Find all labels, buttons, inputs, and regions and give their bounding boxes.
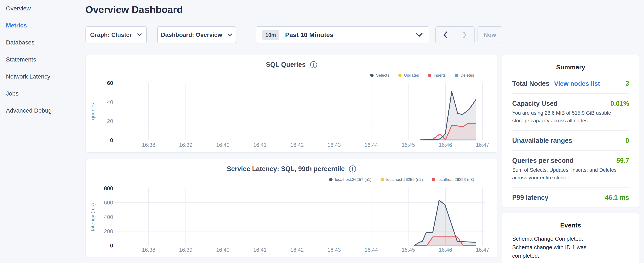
toolbar-divider — [254, 26, 254, 43]
event-timestamp: May 13, 2020 at 4:45 PM — [512, 262, 629, 263]
chevron-down-icon — [137, 33, 142, 37]
page: OverviewMetricsDatabasesStatementsNetwor… — [0, 0, 644, 263]
svg-text:600: 600 — [104, 199, 113, 206]
svg-text:400: 400 — [104, 214, 113, 220]
svg-text:16:39: 16:39 — [179, 142, 192, 148]
chevron-left-icon — [443, 31, 448, 39]
summary-row-label: Total Nodes — [512, 80, 550, 87]
sidebar-item-statements[interactable]: Statements — [0, 51, 78, 68]
summary-row-desc: You are using 28.6 MiB of 515.9 GiB usab… — [512, 109, 620, 124]
now-button[interactable]: Now — [478, 26, 502, 43]
summary-row-unavailable-ranges: Unavailable ranges0 — [512, 131, 629, 150]
time-range-selector[interactable]: 10m Past 10 Minutes — [256, 26, 429, 43]
summary-row-head: Queries per second59.7 — [512, 157, 629, 164]
svg-text:16:42: 16:42 — [290, 247, 304, 253]
summary-row-p99-latency: P99 latency46.1 ms — [512, 188, 629, 207]
time-step-button-group — [436, 26, 474, 43]
summary-row-head: Capacity Used0.01% — [512, 100, 629, 107]
summary-row-capacity-used: Capacity Used0.01%You are using 28.6 MiB… — [512, 94, 629, 130]
sidebar-item-advanced-debug[interactable]: Advanced Debug — [0, 102, 78, 119]
svg-text:200: 200 — [104, 228, 113, 234]
chevron-down-icon — [227, 33, 232, 37]
chart-plot-1[interactable]: 16:3816:3916:4016:4116:4216:4316:4416:45… — [86, 159, 498, 258]
chart-plot-0[interactable]: 16:3816:3916:4016:4116:4216:4316:4416:45… — [86, 55, 498, 153]
summary-row-total-nodes: Total NodesView nodes list3 — [512, 74, 629, 93]
svg-text:16:41: 16:41 — [253, 142, 266, 148]
svg-text:16:42: 16:42 — [290, 142, 304, 148]
sidebar-item-network-latency[interactable]: Network Latency — [0, 68, 78, 85]
svg-text:16:38: 16:38 — [142, 247, 156, 253]
svg-text:16:47: 16:47 — [476, 247, 489, 253]
svg-text:16:39: 16:39 — [179, 247, 192, 253]
view-nodes-link[interactable]: View nodes list — [554, 80, 600, 87]
summary-body: Total NodesView nodes list3Capacity Used… — [502, 74, 639, 207]
dashboard-dropdown[interactable]: Dashboard: Overview — [157, 26, 236, 43]
svg-text:16:45: 16:45 — [402, 247, 415, 253]
sidebar: OverviewMetricsDatabasesStatementsNetwor… — [0, 0, 78, 119]
svg-text:16:43: 16:43 — [328, 247, 341, 253]
summary-row-queries-per-second: Queries per second59.7Sum of Selects, Up… — [512, 151, 629, 187]
summary-row-value: 46.1 ms — [605, 194, 629, 201]
graph-dropdown[interactable]: Graph: Cluster — [86, 26, 147, 43]
event-text: Schema Change Completed: Schema change w… — [512, 234, 602, 260]
svg-text:16:43: 16:43 — [328, 142, 341, 148]
summary-row-value: 3 — [626, 80, 629, 87]
summary-row-label: Queries per second — [512, 157, 574, 164]
event-item[interactable]: Schema Change Completed: Schema change w… — [512, 234, 629, 263]
svg-text:16:45: 16:45 — [402, 142, 415, 148]
sidebar-item-metrics[interactable]: Metrics — [0, 17, 78, 34]
svg-text:16:46: 16:46 — [439, 142, 452, 148]
svg-text:16:38: 16:38 — [142, 142, 156, 148]
svg-text:16:41: 16:41 — [253, 247, 266, 253]
summary-title: Summary — [502, 64, 639, 71]
svg-text:latency (ms): latency (ms) — [90, 203, 96, 231]
svg-text:queries: queries — [90, 103, 96, 120]
summary-row-desc: Sum of Selects, Updates, Inserts, and De… — [512, 166, 620, 181]
chevron-down-icon — [416, 33, 423, 37]
summary-row-value: 0.01% — [610, 100, 629, 107]
summary-row-label: Capacity Used — [512, 100, 558, 107]
sql-queries-chart-card: SQL Queries SelectsUpdatesInsertsDeletes… — [86, 55, 498, 153]
summary-row-label: P99 latency — [512, 194, 548, 201]
summary-row-value: 0 — [626, 137, 629, 144]
sidebar-item-overview[interactable]: Overview — [0, 0, 78, 17]
summary-row-label: Unavailable ranges — [512, 137, 572, 144]
svg-text:16:40: 16:40 — [216, 142, 230, 148]
svg-text:16:46: 16:46 — [439, 247, 452, 253]
time-range-label: Past 10 Minutes — [285, 31, 333, 39]
svg-text:40: 40 — [107, 99, 113, 105]
sidebar-item-jobs[interactable]: Jobs — [0, 85, 78, 102]
summary-panel: Summary Total NodesView nodes list3Capac… — [502, 55, 639, 207]
chevron-right-icon — [462, 31, 468, 39]
service-latency-chart-card: Service Latency: SQL, 99th percentile lo… — [86, 159, 498, 257]
svg-text:16:40: 16:40 — [216, 247, 230, 253]
svg-text:16:47: 16:47 — [476, 142, 489, 148]
time-next-button[interactable] — [455, 27, 474, 43]
events-panel: Events Schema Change Completed: Schema c… — [502, 213, 639, 263]
summary-row-head: Total NodesView nodes list3 — [512, 80, 629, 87]
svg-text:800: 800 — [104, 185, 113, 191]
dashboard-dropdown-label: Dashboard: Overview — [161, 32, 222, 38]
svg-text:16:44: 16:44 — [365, 142, 378, 148]
sidebar-item-databases[interactable]: Databases — [0, 34, 78, 51]
svg-text:60: 60 — [107, 80, 113, 86]
graph-dropdown-label: Graph: Cluster — [90, 32, 132, 38]
summary-row-head: Unavailable ranges0 — [512, 137, 629, 144]
time-prev-button[interactable] — [436, 27, 455, 43]
svg-text:0: 0 — [110, 137, 113, 143]
events-title: Events — [502, 222, 639, 229]
svg-text:16:44: 16:44 — [365, 247, 378, 253]
svg-text:0: 0 — [110, 242, 113, 249]
time-range-badge: 10m — [262, 30, 279, 40]
summary-row-head: P99 latency46.1 ms — [512, 194, 629, 201]
summary-row-value: 59.7 — [616, 157, 629, 164]
svg-text:20: 20 — [107, 118, 113, 124]
page-title: Overview Dashboard — [86, 4, 183, 15]
